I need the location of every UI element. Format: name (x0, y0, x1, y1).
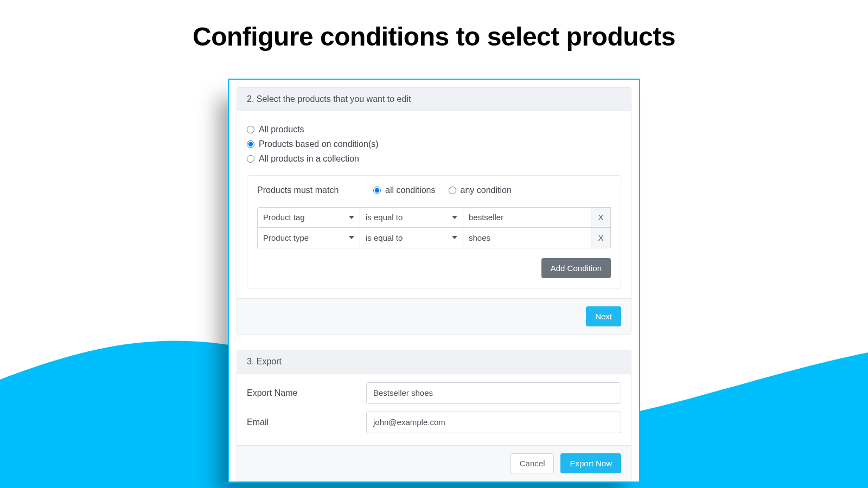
match-option-any[interactable]: any condition (449, 185, 512, 195)
next-button[interactable]: Next (586, 306, 621, 326)
page-title: Configure conditions to select products (0, 22, 868, 52)
scope-option-conditions[interactable]: Products based on condition(s) (247, 137, 621, 151)
condition-operator-select[interactable]: is equal to (360, 207, 463, 228)
email-row: Email (247, 412, 621, 433)
step2-card: 2. Select the products that you want to … (237, 87, 631, 335)
scope-radio-all[interactable] (247, 126, 254, 133)
scope-option-all-products[interactable]: All products (247, 122, 621, 137)
step3-footer: Cancel Export Now (237, 445, 631, 481)
export-name-label: Export Name (247, 388, 355, 398)
match-option-all[interactable]: all conditions (373, 185, 436, 195)
condition-value-input[interactable] (463, 207, 591, 228)
scope-label: All products (259, 122, 304, 137)
step2-body: All products Products based on condition… (237, 111, 631, 298)
conditions-table: Product tag is equal to X Product type (257, 207, 611, 248)
match-label-any: any condition (461, 185, 512, 195)
match-radio-all[interactable] (373, 187, 381, 194)
condition-remove-button[interactable]: X (591, 207, 611, 228)
scope-radio-conditions[interactable] (247, 140, 254, 148)
add-condition-button[interactable]: Add Condition (541, 258, 611, 278)
step3-card: 3. Export Export Name Email Cancel Expor… (237, 350, 631, 481)
condition-operator-select[interactable]: is equal to (360, 228, 463, 248)
scope-option-collection[interactable]: All products in a collection (247, 151, 621, 166)
scope-radio-collection[interactable] (247, 155, 254, 163)
export-now-button[interactable]: Export Now (560, 453, 621, 473)
condition-field-select[interactable]: Product tag (257, 207, 360, 228)
config-panel: 2. Select the products that you want to … (228, 79, 640, 483)
step3-body: Export Name Email (237, 374, 631, 445)
export-name-input[interactable] (366, 382, 621, 404)
match-radio-any[interactable] (449, 187, 456, 194)
match-label: Products must match (257, 185, 360, 195)
condition-remove-button[interactable]: X (591, 228, 611, 248)
match-row: Products must match all conditions any c… (257, 185, 611, 195)
scope-label: Products based on condition(s) (259, 137, 379, 151)
step2-header: 2. Select the products that you want to … (237, 88, 631, 111)
step2-footer: Next (237, 298, 631, 334)
email-input[interactable] (366, 412, 621, 433)
cancel-button[interactable]: Cancel (510, 453, 554, 473)
condition-row: Product type is equal to X (257, 228, 611, 248)
match-label-all: all conditions (385, 185, 436, 195)
condition-value-input[interactable] (463, 228, 591, 248)
scope-radio-group: All products Products based on condition… (247, 122, 621, 166)
export-name-row: Export Name (247, 382, 621, 404)
condition-actions: Add Condition (257, 258, 611, 278)
condition-field-select[interactable]: Product type (257, 228, 360, 248)
step3-header: 3. Export (237, 350, 631, 374)
condition-row: Product tag is equal to X (257, 207, 611, 228)
conditions-box: Products must match all conditions any c… (247, 175, 621, 288)
scope-label: All products in a collection (259, 151, 359, 166)
email-label: Email (247, 418, 355, 427)
